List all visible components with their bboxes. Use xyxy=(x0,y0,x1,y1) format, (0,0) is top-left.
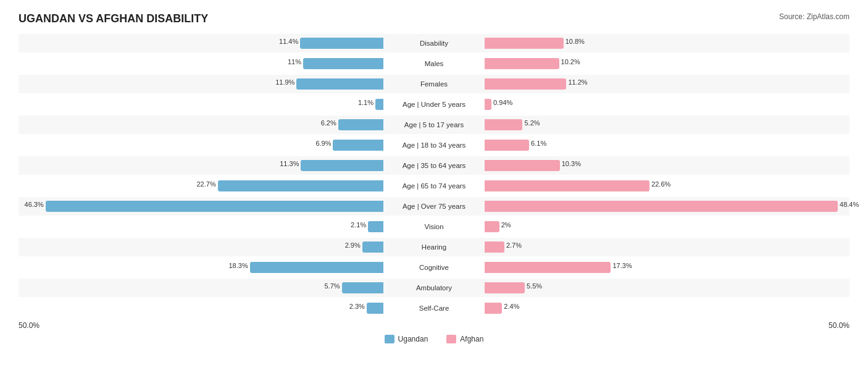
legend-ugandan-label: Ugandan xyxy=(398,335,428,343)
chart-area: 11.4%10.8%Disability11%10.2%Males11.9%11… xyxy=(19,34,849,343)
bar-row: 18.3%17.3%Cognitive xyxy=(19,258,849,277)
bar-row: 11.3%10.3%Age | 35 to 64 years xyxy=(19,156,849,175)
bar-row: 6.9%6.1%Age | 18 to 34 years xyxy=(19,136,849,154)
legend-afghan: Afghan xyxy=(446,335,483,343)
axis-left: 50.0% xyxy=(19,321,434,330)
page-title: UGANDAN VS AFGHAN DISABILITY xyxy=(19,12,208,25)
bar-row: 1.1%0.94%Age | Under 5 years xyxy=(19,95,849,114)
axis-row: 50.0% 50.0% xyxy=(19,321,849,330)
afghan-color-box xyxy=(446,335,456,343)
bar-row: 2.1%2%Vision xyxy=(19,217,849,236)
bar-row: 46.3%48.4%Age | Over 75 years xyxy=(19,197,849,216)
bar-row: 11%10.2%Males xyxy=(19,54,849,73)
bar-row: 5.7%5.5%Ambulatory xyxy=(19,279,849,297)
ugandan-color-box xyxy=(385,335,394,343)
axis-right: 50.0% xyxy=(434,321,849,330)
bar-row: 2.3%2.4%Self-Care xyxy=(19,299,849,317)
bar-row: 6.2%5.2%Age | 5 to 17 years xyxy=(19,116,849,134)
source-label: Source: ZipAtlas.com xyxy=(779,12,849,21)
bars-wrapper: 11.4%10.8%Disability11%10.2%Males11.9%11… xyxy=(19,34,849,317)
legend-ugandan: Ugandan xyxy=(385,335,428,343)
legend: Ugandan Afghan xyxy=(19,335,849,343)
legend-afghan-label: Afghan xyxy=(460,335,483,343)
bar-row: 2.9%2.7%Hearing xyxy=(19,238,849,256)
bar-row: 11.4%10.8%Disability xyxy=(19,34,849,52)
bar-row: 11.9%11.2%Females xyxy=(19,75,849,93)
bar-row: 22.7%22.6%Age | 65 to 74 years xyxy=(19,177,849,195)
